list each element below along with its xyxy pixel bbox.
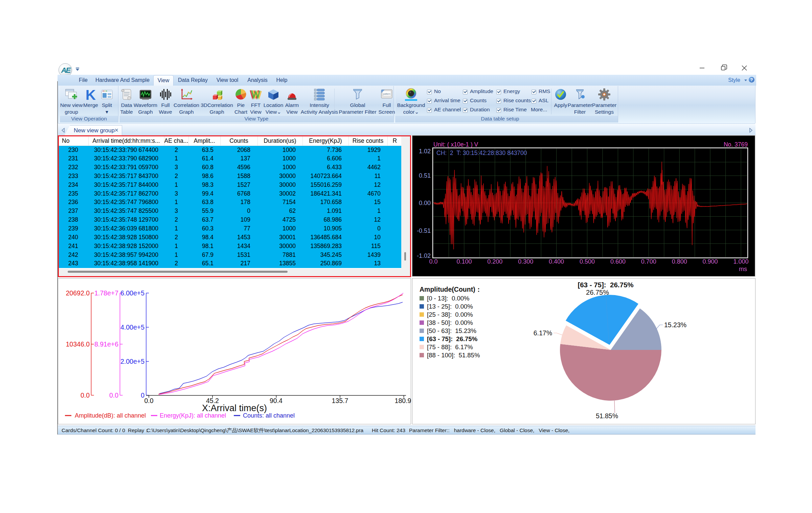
- svg-text:0.0: 0.0: [144, 397, 153, 404]
- svg-text:51.85%: 51.85%: [596, 412, 618, 420]
- svg-text:0.300: 0.300: [518, 258, 533, 265]
- svg-text:0.200: 0.200: [487, 258, 502, 265]
- svg-text:180.9: 180.9: [395, 397, 411, 404]
- svg-text:1.000: 1.000: [733, 258, 748, 265]
- svg-text:0.51: 0.51: [419, 172, 431, 179]
- svg-text:0.400: 0.400: [549, 258, 564, 265]
- svg-text:0.800: 0.800: [672, 258, 687, 265]
- svg-text:10346.0: 10346.0: [66, 340, 90, 348]
- svg-text:0.0: 0.0: [109, 392, 118, 399]
- svg-text:0.0: 0.0: [81, 392, 90, 399]
- svg-text:[63 - 75]: 26.75%: [63 - 75]: 26.75%: [427, 335, 477, 342]
- svg-text:20692.0: 20692.0: [66, 289, 90, 297]
- svg-text:8.91e+6: 8.91e+6: [94, 340, 118, 348]
- svg-text:No. 3769: No. 3769: [724, 141, 748, 148]
- svg-text:[50 - 63]: 15.23%: [50 - 63]: 15.23%: [427, 327, 476, 334]
- svg-text:ms: ms: [739, 266, 747, 272]
- svg-text:1.02: 1.02: [419, 148, 431, 155]
- svg-text:0.600: 0.600: [610, 258, 626, 265]
- svg-text:Counts: all channel: Counts: all channel: [243, 412, 295, 419]
- svg-text:Amplitude(Count)：: Amplitude(Count)：: [420, 286, 482, 293]
- svg-text:0.500: 0.500: [580, 258, 595, 265]
- svg-text:90.4: 90.4: [270, 397, 283, 404]
- svg-text:[25 - 38]: 0.00%: [25 - 38]: 0.00%: [427, 311, 473, 318]
- svg-text:[88 - 100]: 51.85%: [88 - 100]: 51.85%: [427, 352, 480, 359]
- svg-text:Amplitude(dB): all channel: Amplitude(dB): all channel: [75, 412, 146, 419]
- svg-text:[75 - 88]: 6.17%: [75 - 88]: 6.17%: [427, 343, 473, 351]
- svg-text:15.23%: 15.23%: [664, 321, 686, 329]
- svg-text:[0 - 13]: 0.00%: [0 - 13]: 0.00%: [427, 295, 469, 302]
- svg-text:0.900: 0.900: [703, 258, 718, 265]
- svg-text:Unit: ( x10e-1 ) V: Unit: ( x10e-1 ) V: [433, 141, 478, 148]
- svg-text:K: K: [86, 88, 96, 101]
- svg-text:0.00: 0.00: [419, 200, 431, 206]
- svg-text:X:Arrival time(s): X:Arrival time(s): [202, 403, 267, 413]
- svg-text:[13 - 25]: 0.00%: [13 - 25]: 0.00%: [427, 303, 473, 310]
- svg-text:0.0: 0.0: [429, 258, 437, 265]
- svg-text:135.7: 135.7: [332, 397, 348, 404]
- svg-text:0.700: 0.700: [641, 258, 656, 265]
- svg-text:-0.51: -0.51: [417, 227, 431, 234]
- svg-text:26.75%: 26.75%: [586, 289, 609, 296]
- svg-text:2.00e+5: 2.00e+5: [120, 358, 144, 365]
- svg-text:pattern: pattern: [383, 93, 390, 95]
- svg-text:CH: 2 T: 30:15:42:28:830 843: CH: 2 T: 30:15:42:28:830 843700: [436, 150, 527, 156]
- svg-text:[63 - 75]: 26.75%: [63 - 75]: 26.75%: [578, 281, 633, 289]
- svg-text:Energy(KpJ): all channel: Energy(KpJ): all channel: [160, 412, 226, 419]
- svg-text:1.78e+7: 1.78e+7: [94, 289, 118, 297]
- svg-text:4.00e+5: 4.00e+5: [120, 324, 144, 331]
- svg-text:0.100: 0.100: [456, 258, 472, 265]
- svg-text:[38 - 50]: 0.00%: [38 - 50]: 0.00%: [427, 319, 473, 326]
- svg-text:6.00e+5: 6.00e+5: [120, 289, 144, 297]
- svg-text:-1.02: -1.02: [417, 252, 431, 259]
- svg-text:6.17%: 6.17%: [534, 329, 552, 337]
